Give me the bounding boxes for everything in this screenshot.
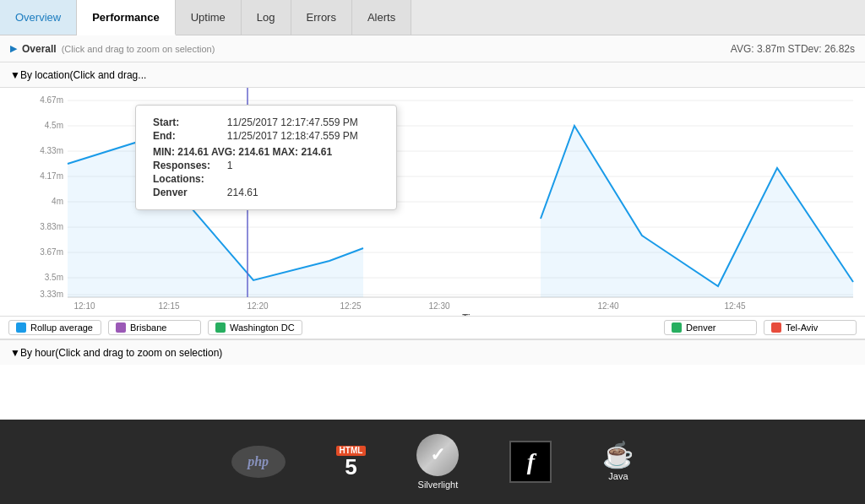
html5-logo: HTML 5: [336, 446, 367, 478]
tooltip-responses-label: Responses:: [150, 159, 224, 172]
silverlight-logo: ✓: [416, 434, 459, 476]
svg-text:12:30: 12:30: [428, 301, 449, 311]
by-location-hint: (Click and drag...: [70, 69, 147, 81]
legend-brisbane[interactable]: Brisbane: [108, 320, 201, 335]
svg-text:12:15: 12:15: [158, 301, 179, 311]
svg-text:4.5m: 4.5m: [45, 121, 63, 130]
tooltip-location-name: Denver: [150, 186, 224, 199]
java-label: Java: [608, 471, 628, 481]
overall-title: Overall: [22, 43, 57, 55]
by-hour-title: By hour: [20, 347, 55, 359]
main-content: ▶ Overall (Click and drag to zoom on sel…: [0, 35, 865, 504]
brisbane-dot: [116, 322, 126, 333]
overall-stats: AVG: 3.87m STDev: 26.82s: [731, 43, 855, 55]
legend-row: Rollup average Brisbane Washington DC De…: [0, 316, 865, 339]
legend-right: Denver Tel-Aviv: [664, 320, 857, 335]
legend-rollup-average[interactable]: Rollup average: [8, 320, 101, 335]
tooltip-end-value: 11/25/2017 12:18:47.559 PM: [224, 129, 383, 143]
flash-logo: f: [509, 441, 552, 483]
tooltip-start-value: 11/25/2017 12:17:47.559 PM: [224, 116, 383, 129]
footer-html5: HTML 5: [336, 446, 367, 478]
washington-dc-dot: [215, 322, 226, 333]
by-hour-hint: (Click and drag to zoom on selection): [55, 347, 222, 359]
legend-washington-dc[interactable]: Washington DC: [208, 320, 302, 335]
svg-text:12:45: 12:45: [724, 301, 745, 311]
footer-java: ☕ Java: [602, 442, 634, 481]
svg-text:3.5m: 3.5m: [45, 273, 63, 282]
tab-errors[interactable]: Errors: [291, 0, 352, 35]
overall-hint: (Click and drag to zoom on selection): [62, 44, 215, 54]
svg-text:12:10: 12:10: [73, 301, 95, 311]
tel-aviv-label: Tel-Aviv: [786, 322, 818, 333]
svg-text:4.33m: 4.33m: [40, 146, 63, 155]
tel-aviv-dot: [771, 322, 781, 333]
tooltip-stats: MIN: 214.61 AVG: 214.61 MAX: 214.61: [150, 143, 383, 159]
tab-log[interactable]: Log: [242, 0, 291, 35]
legend-tel-aviv[interactable]: Tel-Aviv: [764, 320, 857, 335]
svg-text:12:25: 12:25: [340, 301, 361, 311]
svg-text:Time: Time: [462, 312, 483, 316]
tab-uptime[interactable]: Uptime: [176, 0, 242, 35]
performance-chart: 4.67m 4.5m 4.33m 4.17m 4m 3.83m 3.67m 3.…: [0, 88, 865, 316]
denver-label: Denver: [686, 322, 715, 333]
tooltip-start-label: Start:: [150, 116, 224, 129]
overall-section-header[interactable]: ▶ Overall (Click and drag to zoom on sel…: [0, 35, 865, 62]
tooltip-responses-value: 1: [224, 159, 383, 172]
tooltip-location-value: 214.61: [224, 186, 383, 199]
nav-tabs: Overview Performance Uptime Log Errors A…: [0, 0, 865, 35]
rollup-avg-dot: [16, 322, 26, 333]
washington-dc-label: Washington DC: [230, 322, 295, 333]
chart-tooltip: Start: 11/25/2017 12:17:47.559 PM End: 1…: [135, 105, 397, 210]
footer-flash: f: [509, 441, 552, 483]
by-location-header[interactable]: ▼ By location (Click and drag...: [0, 62, 865, 88]
tab-performance[interactable]: Performance: [77, 0, 175, 35]
svg-text:4.67m: 4.67m: [40, 95, 63, 105]
legend-left: Rollup average Brisbane Washington DC: [8, 320, 302, 335]
svg-text:4.17m: 4.17m: [40, 171, 63, 181]
footer: php HTML 5 ✓ Silverlight f ☕ Jav: [0, 420, 865, 504]
denver-dot: [672, 322, 682, 333]
tab-alerts[interactable]: Alerts: [352, 0, 411, 35]
php-logo: php: [231, 446, 286, 478]
svg-text:3.67m: 3.67m: [40, 247, 63, 257]
tab-overview[interactable]: Overview: [0, 0, 77, 35]
legend-denver[interactable]: Denver: [664, 320, 757, 335]
tooltip-end-label: End:: [150, 129, 224, 143]
footer-silverlight: ✓ Silverlight: [416, 434, 459, 490]
silverlight-label: Silverlight: [418, 480, 459, 490]
rollup-avg-label: Rollup average: [30, 322, 93, 333]
svg-text:12:20: 12:20: [247, 301, 268, 311]
footer-php: php: [231, 446, 286, 478]
svg-text:12:40: 12:40: [597, 301, 618, 311]
chart-container[interactable]: 4.67m 4.5m 4.33m 4.17m 4m 3.83m 3.67m 3.…: [0, 88, 865, 316]
tooltip-locations-label: Locations:: [150, 172, 224, 186]
overall-toggle-icon[interactable]: ▶: [10, 43, 17, 54]
svg-text:4m: 4m: [52, 197, 63, 206]
svg-text:3.83m: 3.83m: [40, 222, 63, 231]
java-logo: ☕: [602, 442, 634, 468]
by-hour-toggle-icon[interactable]: ▼: [10, 347, 20, 359]
by-location-title: By location: [20, 69, 70, 81]
by-hour-section[interactable]: ▼ By hour (Click and drag to zoom on sel…: [0, 339, 865, 365]
svg-text:3.33m: 3.33m: [40, 290, 63, 299]
by-location-toggle-icon[interactable]: ▼: [10, 69, 20, 81]
brisbane-label: Brisbane: [130, 322, 166, 333]
